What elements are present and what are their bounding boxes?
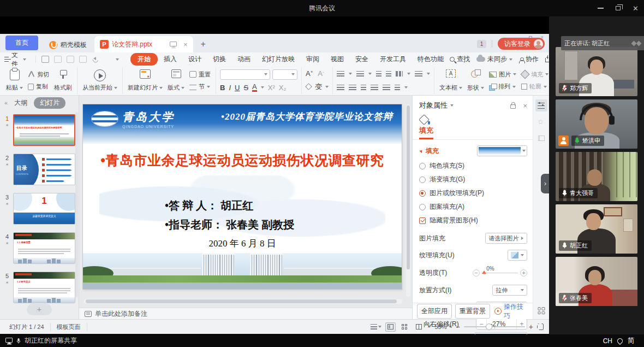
layout-button[interactable]: 版式 (166, 68, 186, 93)
docer-templates-tab[interactable]: 稻壳模板 (41, 37, 94, 52)
fill-button[interactable]: 填充 (520, 70, 549, 79)
document-tab[interactable]: P 论文答辩.pptx × (94, 36, 193, 52)
apply-all-button[interactable]: 全部应用 (417, 304, 452, 319)
add-slide-button[interactable]: + (27, 304, 52, 315)
properties-title[interactable]: 对象属性 (419, 101, 448, 110)
slide-thumbnail-2[interactable]: 2✶ 目录CONTENTS (1, 154, 75, 185)
fill-preview-select[interactable] (477, 145, 527, 156)
format-painter-button[interactable]: 格式刷 (53, 68, 73, 93)
menu-animation[interactable]: 动画 (232, 53, 256, 66)
more-icon[interactable] (116, 58, 119, 61)
text-direction-icon[interactable] (415, 71, 422, 77)
notes-bar[interactable]: 单击此处添加备注 (79, 308, 412, 319)
vertical-scrollbar[interactable] (406, 104, 410, 297)
print-icon[interactable] (67, 56, 74, 63)
home-tab[interactable]: 首页 (5, 36, 38, 50)
export-icon[interactable] (54, 56, 62, 63)
increase-indent-icon[interactable] (386, 71, 391, 77)
outline-button[interactable]: 轮廓 (520, 83, 549, 91)
outline-tab[interactable]: 大纲 (14, 98, 27, 108)
paste-button[interactable]: 粘贴 (5, 68, 24, 93)
underline-button[interactable]: U (235, 84, 240, 92)
template-page-button[interactable]: 模板页面 (51, 323, 87, 331)
bullets-icon[interactable] (337, 71, 344, 77)
line-spacing-icon[interactable] (395, 85, 400, 90)
slide-thumbnail-4[interactable]: 4✶ 1.1 选题背景 (1, 232, 75, 264)
italic-button[interactable]: I (229, 84, 231, 92)
message-badge[interactable]: 1 (477, 40, 486, 48)
menu-view[interactable]: 视图 (325, 53, 349, 66)
fill-section-header[interactable]: 填充 (419, 146, 439, 156)
participant-tile-zhengfanghui[interactable]: 郑方辉 (556, 47, 637, 96)
zoom-slider-knob[interactable] (486, 324, 492, 330)
fill-tab[interactable]: 填充 (419, 126, 433, 139)
picture-button[interactable]: 图片 (488, 70, 517, 79)
effects-strip-icon[interactable]: ✩ (535, 116, 547, 128)
minus-icon[interactable]: − (476, 319, 486, 329)
grid-view-icon[interactable] (538, 307, 545, 314)
menu-transition[interactable]: 切换 (207, 53, 231, 66)
pin-panel-icon[interactable] (510, 104, 516, 109)
font-family-select[interactable] (220, 69, 270, 80)
fit-slide-button[interactable] (537, 324, 544, 330)
notes-toggle[interactable] (371, 324, 381, 330)
text-effect-button[interactable]: 变 (315, 82, 322, 92)
text-box-button[interactable]: A 文本框 (438, 68, 463, 93)
plus-icon[interactable]: + (520, 269, 527, 277)
picture-texture-fill-option[interactable]: 图片或纹理填充(P) (419, 189, 527, 198)
print-preview-icon[interactable] (79, 56, 87, 63)
slides-tab[interactable]: 幻灯片 (34, 97, 65, 109)
collaborate-button[interactable]: 协作 (519, 55, 539, 64)
participant-tile-zhangchunmei[interactable]: 张春美 (556, 257, 637, 306)
tips-link[interactable]: 操作技巧 (494, 302, 528, 321)
sync-status[interactable]: 未同步 (476, 55, 512, 64)
menu-security[interactable]: 安全 (350, 53, 374, 66)
superscript-button[interactable]: X² (268, 84, 275, 92)
align-center-icon[interactable] (349, 85, 356, 90)
participant-tile-qingdaqiangge[interactable]: 青大强哥 (556, 152, 637, 201)
expand-panel-tab[interactable]: › (541, 174, 550, 193)
section-button[interactable]: 节 (188, 83, 212, 91)
slide-thumbnail-5[interactable]: 5✶ 1.2 研究意义 (1, 272, 75, 303)
menu-design[interactable]: 设计 (183, 53, 207, 66)
slider-marker[interactable] (482, 270, 486, 274)
close-icon[interactable]: ✕ (633, 5, 639, 12)
zoom-slider[interactable] (464, 326, 525, 327)
restore-icon[interactable] (616, 6, 621, 10)
strikethrough-button[interactable]: S (243, 84, 248, 92)
align-right-icon[interactable] (361, 85, 366, 90)
find-button[interactable]: 查找 (450, 55, 470, 64)
participant-tile-jiaohongshen[interactable]: 矫洪申 (556, 99, 637, 149)
transparency-slider[interactable]: − 0% + (473, 269, 527, 277)
redo-icon[interactable] (104, 56, 111, 63)
guest-login-button[interactable]: 访客登录 (498, 38, 545, 50)
justify-icon[interactable] (371, 85, 378, 90)
slides-panel-scrollbar[interactable] (75, 112, 78, 297)
close-tab-icon[interactable]: × (183, 40, 188, 49)
slide-sorter-view-button[interactable] (399, 322, 410, 332)
participant-tile-huzhenghong[interactable]: 胡正红 (556, 204, 637, 254)
menu-features[interactable]: 特色功能 (412, 53, 449, 66)
bold-button[interactable]: B (220, 84, 225, 92)
normal-view-button[interactable] (385, 322, 396, 332)
hide-background-checkbox[interactable]: 隐藏背景图形(H) (419, 216, 527, 225)
font-color-button[interactable]: A (252, 83, 257, 92)
solid-fill-option[interactable]: 纯色填充(S) (419, 161, 527, 170)
arrange-button[interactable]: 排列 (488, 83, 517, 91)
plus-icon[interactable]: + (517, 319, 527, 329)
slide-body-text[interactable]: •答 辩 人： 胡正红 •指导老师： 张春美 副教授 (165, 196, 294, 234)
present-tab-icon[interactable] (170, 42, 177, 46)
new-tab-button[interactable]: + (201, 39, 206, 49)
gradient-fill-option[interactable]: 渐变填充(G) (419, 175, 527, 184)
zoom-in-button[interactable]: + (529, 323, 533, 331)
placement-select[interactable]: 拉伸 (492, 285, 527, 296)
distribute-icon[interactable] (383, 85, 390, 90)
numbering-icon[interactable] (356, 71, 364, 77)
texture-select[interactable] (508, 250, 527, 261)
shapes-button[interactable]: 形状 (466, 68, 485, 93)
minus-icon[interactable]: − (473, 269, 480, 277)
grow-font-button[interactable]: A+ (306, 69, 313, 78)
cut-button[interactable]: 剪切 (27, 70, 50, 79)
slide-title[interactable]: •青岛市业余足球运动员运动损伤状况调查研究 (83, 151, 402, 169)
object-properties-strip-icon[interactable] (535, 99, 547, 111)
